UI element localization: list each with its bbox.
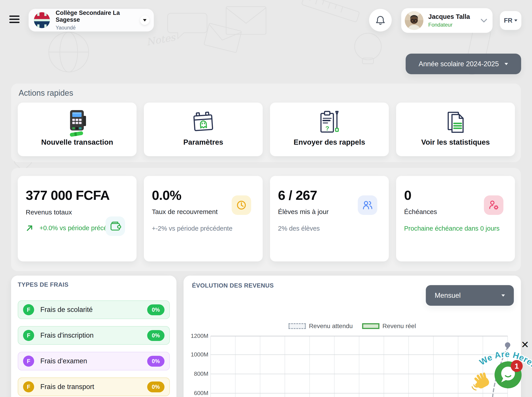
arrow-up-right-icon [26, 224, 34, 232]
caret-down-icon [514, 19, 517, 21]
action-label: Voir les statistiques [421, 138, 490, 146]
school-dropdown-button[interactable] [140, 16, 149, 25]
caret-down-icon [505, 63, 508, 65]
action-new-transaction[interactable]: Nouvelle transaction [18, 103, 137, 156]
stat-card-students-updated: 6 / 267 Élèves mis à jour 2% des élèves [270, 176, 389, 261]
school-year-selector[interactable]: Année scolaire 2024-2025 [406, 54, 521, 74]
school-city: Yaoundé [56, 25, 140, 31]
waving-hand-icon [468, 371, 491, 392]
wallet-icon [109, 220, 121, 232]
clipboard-pencil-icon: ? [316, 109, 343, 137]
stat-value: 377 000 FCFA [26, 184, 114, 207]
fee-label: Frais d'examen [40, 357, 87, 365]
school-name: Collège Secondaire La Sagesse [56, 10, 140, 23]
fee-initial-badge: F [23, 356, 34, 367]
stat-value: 0 [404, 184, 493, 207]
fee-types-title: TYPES DE FRAIS [18, 281, 69, 288]
stat-card-deadlines: 0 Échéances Prochaine échéance dans 0 jo… [396, 176, 515, 261]
clock-icon [235, 199, 247, 211]
svg-text:?: ? [325, 125, 329, 132]
fee-row-transport[interactable]: F Frais de transport 0% [18, 378, 170, 396]
action-label: Envoyer des rappels [294, 138, 365, 146]
user-name: Jacques Talla [428, 13, 481, 20]
users-chip [358, 195, 377, 215]
caret-down-icon [143, 19, 146, 21]
fee-types-card: TYPES DE FRAIS F Frais de scolarité 0% F… [11, 276, 176, 397]
location-pin-icon [505, 342, 510, 349]
fee-row-inscription[interactable]: F Frais d'inscription 0% [18, 326, 170, 345]
action-label: Paramètres [183, 138, 223, 146]
menu-hamburger-button[interactable] [9, 14, 20, 24]
user-gear-icon [488, 199, 500, 211]
dashboard-page: Notes Collège Secondaire La Sagesse Yaou… [0, 0, 532, 397]
fee-initial-badge: F [23, 381, 34, 392]
fee-initial-badge: F [23, 304, 34, 315]
stat-note: 2% des élèves [278, 225, 389, 232]
school-selector[interactable]: Collège Secondaire La Sagesse Yaoundé [29, 9, 154, 31]
fee-percent-badge: 0% [147, 356, 164, 367]
user-menu[interactable]: Jacques Talla Fondateur [401, 8, 493, 33]
language-label: FR [504, 17, 513, 24]
fee-row-scolarite[interactable]: F Frais de scolarité 0% [18, 300, 170, 319]
svg-text:Notes: Notes [145, 31, 177, 48]
documents-icon [442, 109, 469, 137]
notifications-button[interactable] [369, 9, 392, 31]
wallet-chip [106, 217, 125, 236]
avatar [405, 11, 423, 30]
action-send-reminders[interactable]: ? Envoyer des rappels [270, 103, 389, 156]
stat-card-recovery-rate: 0.0% Taux de recouvrement +-2% vs périod… [144, 176, 263, 261]
school-year-label: Année scolaire 2024-2025 [419, 60, 499, 68]
school-logo-icon [34, 12, 50, 28]
fee-label: Frais de transport [40, 383, 94, 391]
action-parameters[interactable]: Paramètres [144, 103, 263, 156]
stats-panel: 377 000 FCFA Revenus totaux +0.0% vs pér… [11, 168, 521, 271]
stat-value: 0.0% [152, 184, 240, 207]
action-view-statistics[interactable]: Voir les statistiques [396, 103, 515, 156]
fee-label: Frais de scolarité [40, 306, 93, 314]
calendar-ghost-icon [190, 109, 217, 137]
chat-close-icon[interactable]: ✕ [521, 340, 529, 350]
pos-terminal-icon [64, 109, 90, 137]
user-gear-chip [484, 195, 503, 215]
fee-percent-badge: 0% [147, 330, 164, 341]
svg-text:1: 1 [515, 362, 519, 370]
quick-actions-title: Actions rapides [19, 88, 73, 98]
stat-label: Revenus totaux [26, 207, 137, 217]
clock-chip [232, 195, 251, 215]
users-icon [362, 199, 374, 211]
action-label: Nouvelle transaction [41, 138, 113, 146]
chevron-down-icon [481, 19, 487, 23]
fee-percent-badge: 0% [147, 304, 164, 315]
user-role: Fondateur [428, 22, 481, 28]
fee-row-examen[interactable]: F Frais d'examen 0% [18, 352, 170, 370]
stat-value: 6 / 267 [278, 184, 367, 207]
stat-note: +-2% vs période précédente [152, 225, 263, 232]
stat-card-revenue: 377 000 FCFA Revenus totaux +0.0% vs pér… [18, 176, 137, 261]
fee-percent-badge: 0% [147, 381, 164, 392]
fee-initial-badge: F [23, 330, 34, 341]
quick-actions-panel: Actions rapides [11, 84, 521, 162]
stat-note: Prochaine échéance dans 0 jours [404, 225, 515, 232]
language-selector[interactable]: FR [500, 11, 521, 30]
bell-icon [374, 14, 386, 26]
fee-label: Frais d'inscription [40, 331, 94, 339]
